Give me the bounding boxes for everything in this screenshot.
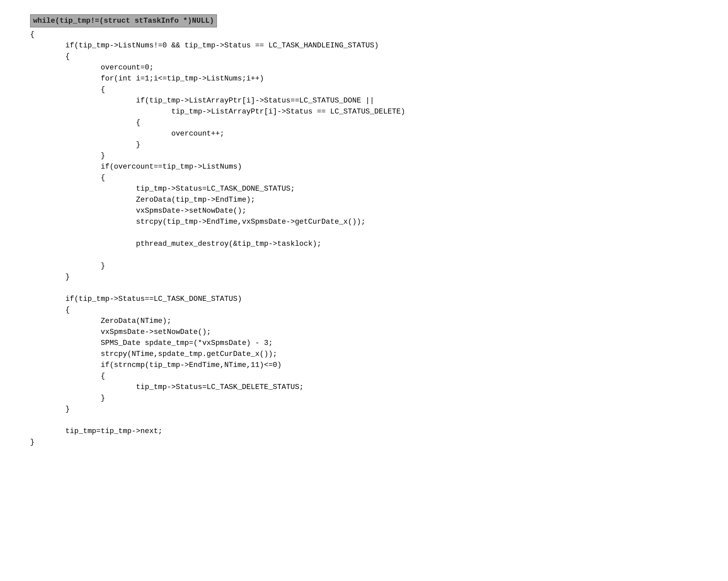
code-line: if(tip_tmp->Status==LC_TASK_DONE_STATUS) <box>30 294 714 305</box>
code-line: tip_tmp->Status=LC_TASK_DELETE_STATUS; <box>30 382 714 393</box>
code-line: ZeroData(tip_tmp->EndTime); <box>30 194 714 205</box>
code-line: { <box>30 371 714 382</box>
code-line: } <box>30 272 714 282</box>
code-container: while(tip_tmp!=(struct stTaskInfo *)NULL… <box>0 0 728 462</box>
code-line: } <box>30 404 714 415</box>
code-line: vxSpmsDate->setNowDate(); <box>30 327 714 338</box>
code-line: tip_tmp->Status=LC_TASK_DONE_STATUS; <box>30 183 714 194</box>
code-line: { <box>30 172 714 183</box>
code-line: tip_tmp->ListArrayPtr[i]->Status == LC_S… <box>30 106 714 117</box>
code-line: } <box>30 393 714 404</box>
code-line: SPMS_Date spdate_tmp=(*vxSpmsDate) - 3; <box>30 338 714 349</box>
code-line: vxSpmsDate->setNowDate(); <box>30 205 714 216</box>
highlighted-code-line: while(tip_tmp!=(struct stTaskInfo *)NULL… <box>30 15 217 27</box>
code-line <box>30 227 714 239</box>
code-line: { <box>30 29 714 40</box>
code-line: if(tip_tmp->ListNums!=0 && tip_tmp->Stat… <box>30 40 714 51</box>
code-line: overcount++; <box>30 128 714 139</box>
code-body: { if(tip_tmp->ListNums!=0 && tip_tmp->St… <box>14 27 714 448</box>
code-line: { <box>30 51 714 62</box>
code-line: } <box>30 260 714 272</box>
code-line: } <box>30 139 714 150</box>
code-line: { <box>30 84 714 95</box>
code-line: ZeroData(NTime); <box>30 315 714 327</box>
code-line: pthread_mutex_destroy(&tip_tmp->tasklock… <box>30 239 714 249</box>
code-line: } <box>30 150 714 161</box>
code-line: tip_tmp=tip_tmp->next; <box>30 426 714 437</box>
code-line: overcount=0; <box>30 62 714 73</box>
code-line: strcpy(tip_tmp->EndTime,vxSpmsDate->getC… <box>30 216 714 227</box>
code-line: if(overcount==tip_tmp->ListNums) <box>30 161 714 172</box>
code-line <box>30 415 714 426</box>
code-line: { <box>30 305 714 315</box>
code-line <box>30 282 714 294</box>
code-line: strcpy(NTime,spdate_tmp.getCurDate_x()); <box>30 349 714 360</box>
code-line: if(tip_tmp->ListArrayPtr[i]->Status==LC_… <box>30 95 714 106</box>
code-line <box>30 249 714 260</box>
code-line: for(int i=1;i<=tip_tmp->ListNums;i++) <box>30 73 714 84</box>
code-line: } <box>30 437 714 448</box>
code-line: { <box>30 117 714 128</box>
code-line: if(strncmp(tip_tmp->EndTime,NTime,11)<=0… <box>30 360 714 371</box>
